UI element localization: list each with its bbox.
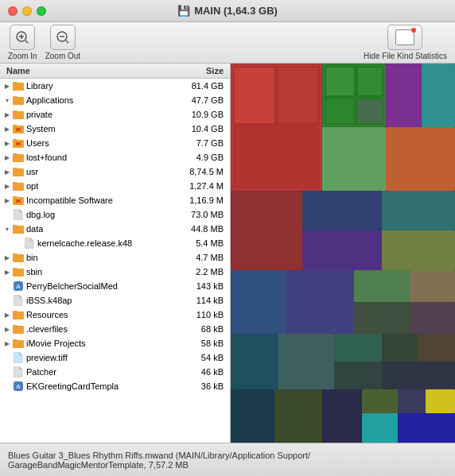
table-row[interactable]: Patcher 46 kB [0,365,230,379]
file-size: 47.7 GB [170,95,230,105]
table-row[interactable]: dbg.log 73.0 MB [0,207,230,222]
disclosure-arrow[interactable] [2,168,13,176]
table-row[interactable]: Users 7.7 GB [0,136,230,150]
table-row[interactable]: lost+found 4.9 GB [0,150,230,164]
file-indent: dbg.log [0,209,170,220]
file-icon [13,180,24,192]
toolbar-left: Zoom In Zoom Out [8,25,80,60]
svg-rect-34 [231,334,278,389]
table-row[interactable]: .cleverfiles 68 kB [0,322,230,336]
table-row[interactable]: A PerryBelcherSocialMed 143 kB [0,279,230,293]
file-indent: Library [0,80,170,91]
table-row[interactable]: Applications 47.7 GB [0,93,230,107]
file-list[interactable]: Name Size Library 81.4 GB Applications 4… [0,64,231,443]
file-size: 114 kB [170,296,230,305]
svg-rect-42 [274,389,322,443]
file-indent: bin [0,252,170,263]
file-indent: A EKGreetingCardTempla [0,381,170,392]
svg-rect-51 [235,68,274,123]
maximize-button[interactable] [37,6,46,16]
file-icon [13,152,24,163]
disclosure-arrow[interactable] [2,197,13,204]
status-line2: GarageBandMagicMentorTemplate, 7,57.2 MB [8,460,447,470]
table-row[interactable]: iMovie Projects 58 kB [0,336,230,350]
disclosure-arrow[interactable] [2,111,13,118]
disclosure-arrow[interactable] [2,183,13,190]
file-icon [13,338,24,349]
disclosure-arrow[interactable] [2,126,13,133]
window-title-icon: 💾 [177,5,190,17]
file-size: 68 kB [170,324,230,334]
disclosure-arrow[interactable] [2,83,13,90]
minimize-button[interactable] [22,6,32,16]
file-name: sbin [26,267,42,277]
svg-rect-57 [358,99,382,123]
file-indent: preview.tiff [0,352,170,363]
file-name: Incompatible Software [26,195,113,205]
file-icon [13,195,24,206]
table-row[interactable]: Incompatible Software 1,16.9 M [0,193,230,207]
file-icon [13,309,24,320]
hide-stats-button[interactable]: Hide File Kind Statistics [364,25,447,60]
svg-rect-19 [386,64,422,127]
svg-rect-35 [278,334,334,389]
table-row[interactable]: System 10.4 GB [0,122,230,136]
zoom-out-button[interactable]: Zoom Out [45,25,80,60]
disclosure-arrow[interactable] [2,140,13,147]
table-row[interactable]: usr 8,74.5 M [0,164,230,179]
close-button[interactable] [8,6,18,16]
svg-rect-44 [362,389,398,413]
disclosure-arrow[interactable] [2,269,13,276]
col-size-header: Size [170,66,230,75]
file-name: iMovie Projects [26,339,86,348]
file-indent: Resources [0,309,170,320]
file-icon [13,209,24,220]
disclosure-arrow[interactable] [2,326,13,333]
table-row[interactable]: bin 4.7 MB [0,250,230,265]
file-icon: A [13,281,24,292]
table-row[interactable]: preview.tiff 54 kB [0,350,230,365]
zoom-in-icon [10,25,35,50]
table-row[interactable]: data 44.8 MB [0,222,230,236]
file-indent: iMovie Projects [0,338,170,349]
file-icon [24,238,35,249]
file-name: EKGreetingCardTempla [26,381,119,391]
file-indent: Incompatible Software [0,195,170,206]
file-indent: opt [0,180,170,192]
table-row[interactable]: Resources 110 kB [0,308,230,322]
file-name: Patcher [26,367,56,377]
file-name: bin [26,253,38,262]
window-title: 💾 MAIN (1,64.3 GB) [177,5,278,17]
table-row[interactable]: kernelcache.release.k48 5.4 MB [0,236,230,250]
zoom-out-label: Zoom Out [45,52,80,60]
table-row[interactable]: private 10.9 GB [0,107,230,122]
disclosure-arrow[interactable] [2,154,13,161]
file-name: data [26,224,43,234]
file-indent: Users [0,137,170,149]
zoom-in-button[interactable]: Zoom In [8,25,37,60]
svg-rect-48 [398,413,455,443]
disclosure-arrow[interactable] [2,97,13,104]
disclosure-arrow[interactable] [2,254,13,261]
file-name: iBSS.k48ap [26,296,72,305]
svg-rect-33 [410,302,455,334]
svg-line-3 [25,41,28,43]
table-row[interactable]: opt 1,27.4 M [0,179,230,193]
titlebar: 💾 MAIN (1,64.3 GB) [0,0,455,22]
file-size: 110 kB [170,310,230,319]
table-row[interactable]: sbin 2.2 MB [0,265,230,279]
file-size: 4.9 GB [170,153,230,162]
file-icon [13,95,24,106]
table-row[interactable]: iBSS.k48ap 114 kB [0,293,230,308]
table-row[interactable]: Library 81.4 GB [0,79,230,93]
disclosure-arrow[interactable] [2,312,13,319]
file-size: 10.9 GB [170,110,230,119]
disclosure-arrow[interactable] [2,226,13,233]
file-indent: private [0,109,170,120]
svg-rect-22 [386,127,455,191]
svg-rect-55 [358,68,382,95]
disclosure-arrow[interactable] [2,340,13,347]
svg-rect-41 [231,389,274,443]
table-row[interactable]: A EKGreetingCardTempla 36 kB [0,379,230,393]
file-name: .cleverfiles [26,324,68,334]
